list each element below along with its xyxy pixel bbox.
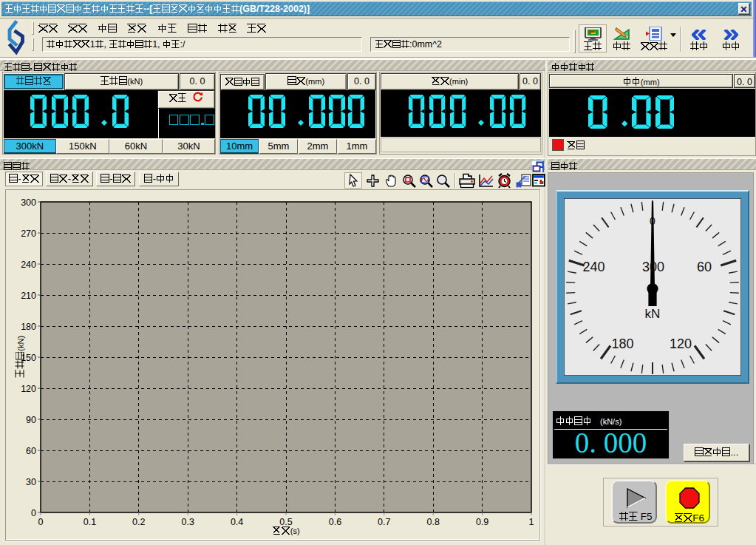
svg-text:270: 270 [21, 229, 36, 239]
svg-text:0.8: 0.8 [427, 517, 440, 527]
svg-text:180: 180 [611, 336, 633, 351]
svg-text:30: 30 [26, 477, 36, 487]
svg-text:0.1: 0.1 [84, 517, 96, 527]
svg-text:0.6: 0.6 [329, 517, 341, 527]
svg-text:kN: kN [645, 307, 661, 321]
svg-text:60: 60 [26, 446, 36, 456]
svg-text:90: 90 [26, 415, 36, 425]
svg-text:300: 300 [642, 260, 664, 274]
svg-text:0: 0 [38, 517, 44, 527]
svg-text:120: 120 [670, 336, 692, 351]
svg-text:0.3: 0.3 [182, 517, 194, 527]
svg-text:0: 0 [31, 508, 36, 518]
svg-text:240: 240 [21, 260, 36, 270]
svg-text:0.2: 0.2 [132, 517, 145, 527]
svg-text:0.9: 0.9 [476, 517, 488, 527]
svg-text:300: 300 [21, 197, 36, 208]
svg-text:1: 1 [529, 517, 534, 527]
svg-text:0.4: 0.4 [231, 517, 243, 527]
svg-text:60: 60 [697, 260, 712, 274]
svg-text:240: 240 [582, 260, 605, 274]
svg-text:0.7: 0.7 [378, 517, 390, 527]
svg-text:0: 0 [650, 215, 655, 227]
svg-text:210: 210 [21, 291, 36, 301]
